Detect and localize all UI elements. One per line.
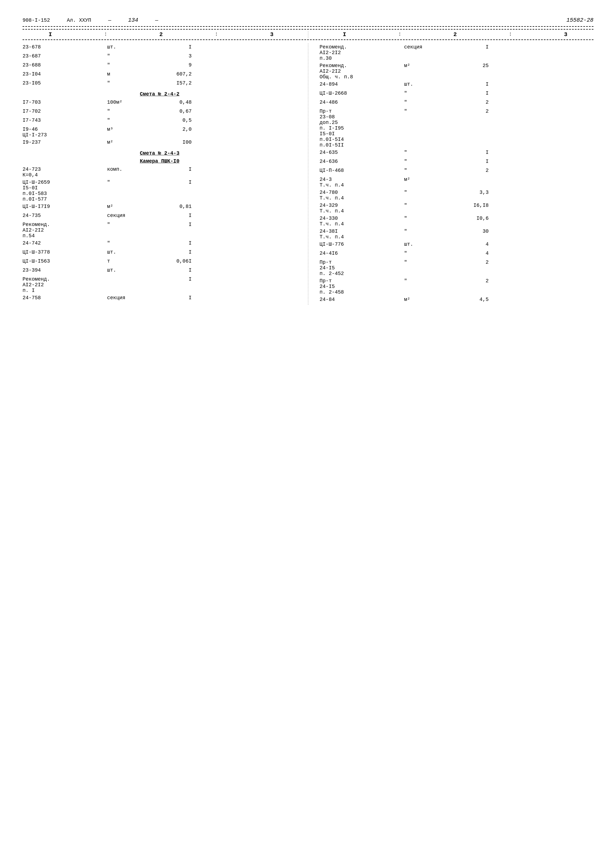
table-row: 23-I05 " I57,2 xyxy=(23,80,297,89)
table-row: 24-894 шт. I xyxy=(320,80,593,89)
row-qty: I xyxy=(163,295,197,301)
table-row: 24-723 К=0,4 комп. I xyxy=(23,166,297,179)
col-sep4: : xyxy=(509,31,512,38)
row-code: 24-486 xyxy=(320,100,404,105)
row-code: I7-702 xyxy=(23,109,107,114)
row-code: ЦI-Ш-776 xyxy=(320,242,404,247)
row-code: 24-780 Т.ч. п.4 xyxy=(320,190,404,201)
row-qty: I xyxy=(163,222,197,227)
row-unit: " xyxy=(404,109,460,114)
table-row: Рекоменд. АI2-2I2 п.30 секция I xyxy=(320,44,593,62)
row-unit: " xyxy=(404,190,460,195)
row-code: 23-687 xyxy=(23,53,107,59)
table-row: 24-758 секция I xyxy=(23,294,297,303)
row-unit: " xyxy=(404,260,460,265)
row-code: 23-I04 xyxy=(23,71,107,77)
row-qty: I xyxy=(163,180,197,185)
row-qty: 2 xyxy=(460,278,494,284)
doc-standard: Ал. ХХУП xyxy=(67,17,91,23)
row-unit: " xyxy=(107,222,163,227)
row-qty: 2 xyxy=(460,109,494,114)
row-unit: м² xyxy=(107,204,163,209)
row-qty: I xyxy=(460,82,494,87)
row-unit: секция xyxy=(404,44,460,50)
table-row: 23-678 шт. I xyxy=(23,44,297,53)
table-row: Пр-т 23-08 доп.25 п. I-I95 I5-0I п.0I-5I… xyxy=(320,107,593,149)
row-qty: 4 xyxy=(460,242,494,247)
row-unit: " xyxy=(404,100,460,105)
row-unit: " xyxy=(404,168,460,173)
row-code: 24-3 Т.ч. п.4 xyxy=(320,177,404,188)
row-qty: 2 xyxy=(460,100,494,105)
row-unit: " xyxy=(107,109,163,114)
row-qty: I00 xyxy=(163,139,197,145)
table-row: 24-329 Т.ч. п.4 " I6,I8 xyxy=(320,202,593,215)
row-unit: шт. xyxy=(107,267,163,273)
row-qty: 3,3 xyxy=(460,190,494,195)
table-row: I7-702 " 0,67 xyxy=(23,107,297,116)
row-code: Пр-т 23-08 доп.25 п. I-I95 I5-0I п.0I-5I… xyxy=(320,109,404,148)
table-row: ЦI-Ш-I563 т 0,06I xyxy=(23,258,297,267)
row-qty: 0,67 xyxy=(163,109,197,114)
col-h2: 2 xyxy=(159,31,163,38)
row-unit: " xyxy=(404,150,460,155)
row-unit: " xyxy=(107,180,163,185)
row-code: ЦI-Ш-2668 xyxy=(320,91,404,96)
col-h5: 2 xyxy=(453,31,457,38)
table-row: 24-486 " 2 xyxy=(320,98,593,107)
row-unit: " xyxy=(404,202,460,208)
row-unit: " xyxy=(404,216,460,221)
row-code: 24-38I Т.ч. п.4 xyxy=(320,228,404,240)
row-code: ЦI-П-468 xyxy=(320,168,404,173)
row-qty: 9 xyxy=(163,62,197,68)
row-code: 24-636 xyxy=(320,159,404,164)
dash1: — xyxy=(108,17,111,23)
row-code: 24-742 xyxy=(23,240,107,246)
table-row: I9-46 ЦI-I-273 м³ 2,0 xyxy=(23,125,297,139)
row-code: 24-84 xyxy=(320,297,404,302)
row-unit: м xyxy=(107,71,163,77)
row-unit: " xyxy=(404,228,460,234)
row-qty: 30 xyxy=(460,228,494,234)
table-row: 24-3 Т.ч. п.4 м² xyxy=(320,176,593,189)
row-code: Рекоменд. АI2-2I2 п. I xyxy=(23,276,107,293)
row-unit: м² xyxy=(404,63,460,68)
row-code: I7-743 xyxy=(23,118,107,123)
row-code: ЦI-Ш-3778 xyxy=(23,249,107,255)
table-row: 23-394 шт. I xyxy=(23,267,297,276)
table-row: ЦI-Ш-I7I9 м² 0,81 xyxy=(23,203,297,212)
row-code: Рекоменд. АI2-2I2 Общ. ч. п.8 xyxy=(320,63,404,80)
doc-code: 908-I-152 xyxy=(23,17,50,23)
row-qty: I xyxy=(163,213,197,218)
table-row: Пр-т 24-I5 п. 2-452 " 2 xyxy=(320,258,593,277)
row-code: I9-237 xyxy=(23,139,107,145)
right-column: Рекоменд. АI2-2I2 п.30 секция I Рекоменд… xyxy=(308,44,593,305)
table-row: 24-38I Т.ч. п.4 " 30 xyxy=(320,228,593,240)
sub-section-header: Камера ПШК-I0 xyxy=(23,157,297,166)
row-code: Пр-т 24-I5 п. 2-452 xyxy=(320,260,404,276)
row-code: 23-688 xyxy=(23,62,107,68)
row-qty: 2 xyxy=(460,260,494,265)
row-unit: " xyxy=(107,118,163,123)
col-h4: I xyxy=(343,31,346,38)
row-unit: м² xyxy=(404,177,460,182)
row-code: 24-758 xyxy=(23,295,107,301)
row-qty: I xyxy=(163,249,197,255)
row-unit: м³ xyxy=(107,127,163,132)
table-row: 23-I04 м 607,2 xyxy=(23,71,297,80)
table-row: 24-780 Т.ч. п.4 " 3,3 xyxy=(320,189,593,202)
doc-page: 134 xyxy=(128,17,138,23)
row-code: Рекоменд. АI2-2I2 п.30 xyxy=(320,44,404,61)
table-row: 23-688 " 9 xyxy=(23,62,297,71)
col-h3: 3 xyxy=(270,31,273,38)
row-qty: I xyxy=(460,91,494,96)
row-code: 24-330 Т.ч. п.4 xyxy=(320,216,404,227)
row-qty: 0,81 xyxy=(163,204,197,209)
row-code: Пр-т 24-I5 п. 2-458 xyxy=(320,278,404,295)
row-code: Рекоменд. АI2-2I2 п.54 xyxy=(23,222,107,239)
col-sep2: : xyxy=(215,31,218,38)
row-code: ЦI-Ш-I7I9 xyxy=(23,204,107,209)
table-row: I9-237 м² I00 xyxy=(23,139,297,148)
header-left: 908-I-152 Ал. ХХУП — 134 — xyxy=(23,17,158,23)
table-row: 23-687 " 3 xyxy=(23,53,297,62)
